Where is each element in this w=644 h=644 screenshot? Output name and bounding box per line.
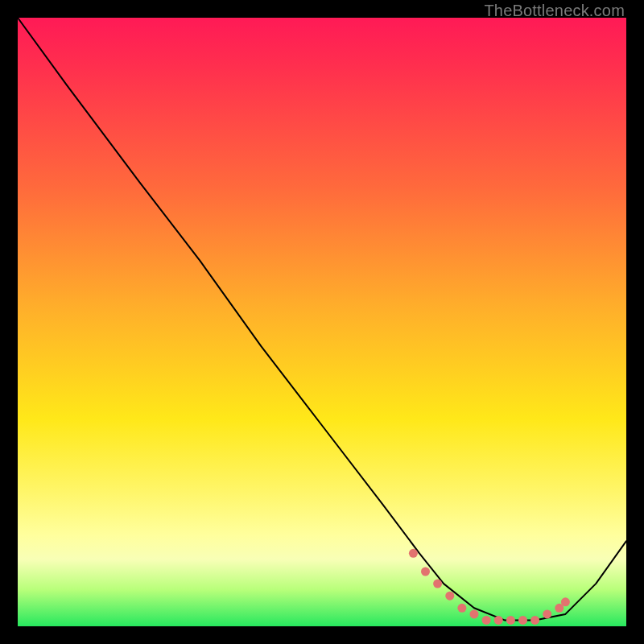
marker-dot bbox=[433, 580, 442, 588]
plot-area bbox=[18, 18, 626, 626]
marker-dot bbox=[561, 597, 570, 606]
marker-dot bbox=[530, 616, 539, 625]
marker-dot bbox=[470, 609, 479, 618]
marker-dot bbox=[445, 592, 454, 601]
marker-dot bbox=[457, 604, 466, 613]
marker-dot bbox=[494, 616, 503, 625]
marker-dot bbox=[421, 568, 430, 576]
marker-dot bbox=[543, 609, 551, 618]
chart-stage: TheBottleneck.com bbox=[0, 0, 644, 644]
marker-dot bbox=[409, 549, 418, 558]
chart-svg bbox=[18, 18, 626, 626]
marker-dot bbox=[482, 616, 491, 625]
curve-line bbox=[18, 18, 626, 620]
marker-dot bbox=[518, 616, 527, 625]
marker-dot bbox=[506, 616, 515, 625]
